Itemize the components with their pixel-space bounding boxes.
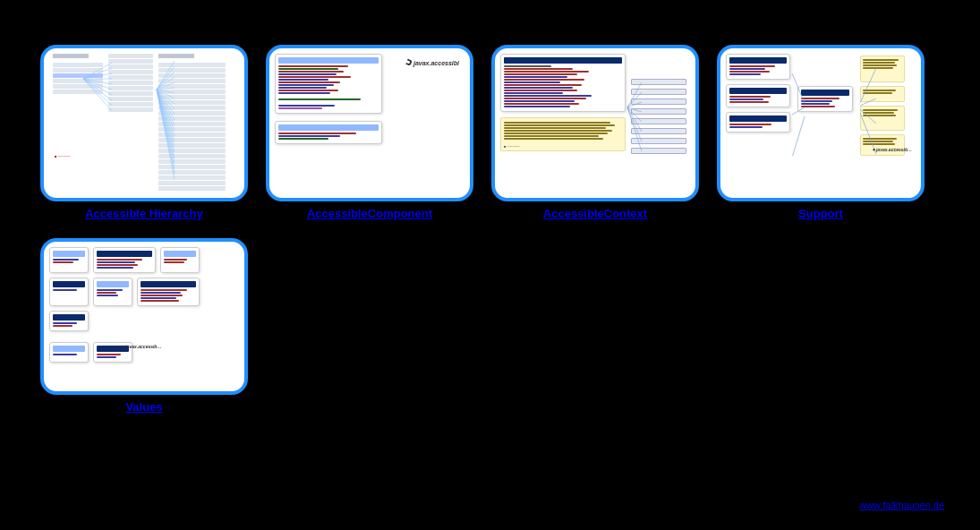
caption-accessible-hierarchy[interactable]: Accessible Hierarchy <box>85 207 203 220</box>
diagram-item-values: ✦ javax.accessib… Values <box>40 238 248 414</box>
diagram-item-accessible-component: javax.accessibi <box>266 45 473 220</box>
caption-accessible-context[interactable]: AccessibleContext <box>543 207 647 220</box>
diagram-grid: ■ ───── <box>0 0 980 414</box>
thumb-accessible-hierarchy[interactable]: ■ ───── <box>40 45 248 201</box>
footer-link[interactable]: www.falkhausen.de <box>859 500 944 510</box>
diagram-item-support: ✦ javax.accessib… Support <box>717 45 925 220</box>
thumb-accessible-component[interactable]: javax.accessibi <box>266 45 473 201</box>
caption-support[interactable]: Support <box>798 207 843 220</box>
caption-values[interactable]: Values <box>125 400 162 414</box>
diagram-item-accessible-context: ■ ───── AccessibleContext <box>491 45 699 220</box>
diagram-item-accessible-hierarchy: ■ ───── <box>40 45 248 220</box>
package-label: javax.accessibi <box>413 60 459 66</box>
caption-accessible-component[interactable]: AccessibleComponent <box>307 207 432 220</box>
thumb-accessible-context[interactable]: ■ ───── <box>491 45 699 201</box>
thumb-support[interactable]: ✦ javax.accessib… <box>717 45 925 201</box>
thumb-values[interactable]: ✦ javax.accessib… <box>40 238 248 395</box>
